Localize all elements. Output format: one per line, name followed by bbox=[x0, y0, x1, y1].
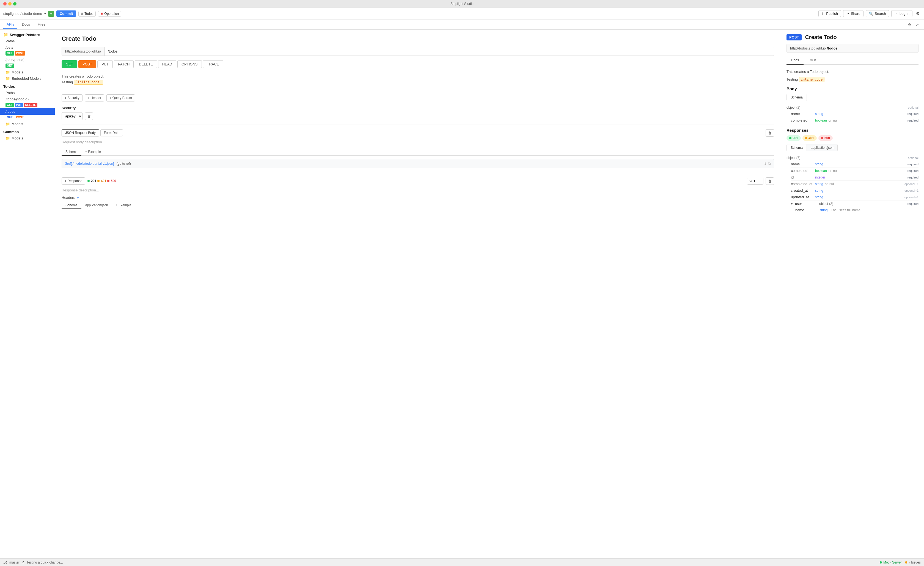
security-select[interactable]: apikey bbox=[62, 112, 82, 120]
method-put[interactable]: PUT bbox=[98, 60, 113, 68]
share-button[interactable]: ↗ Share bbox=[843, 10, 864, 17]
rp-tab-try-it[interactable]: Try It bbox=[804, 56, 820, 65]
search-button[interactable]: 🔍 Search bbox=[866, 10, 889, 17]
resp-201[interactable]: 201 bbox=[87, 179, 96, 183]
response-code-input[interactable] bbox=[747, 178, 764, 185]
resp-example-tab[interactable]: + Example bbox=[112, 202, 135, 209]
response-desc-placeholder[interactable]: Response description... bbox=[62, 188, 774, 192]
rp-resp-schema-tab[interactable]: Schema bbox=[787, 144, 807, 151]
body-object-label: object bbox=[786, 106, 795, 110]
operation-tag[interactable]: Operation bbox=[98, 11, 121, 17]
resp-pill-201[interactable]: 201 bbox=[786, 135, 801, 141]
sidebar-item-pets[interactable]: /pets bbox=[0, 44, 55, 51]
settings-small-icon[interactable]: ⚙ bbox=[906, 21, 913, 28]
rp-tab-docs[interactable]: Docs bbox=[786, 56, 804, 65]
dot-201-pill bbox=[789, 137, 792, 139]
sidebar-paths-todos[interactable]: Paths bbox=[0, 90, 55, 96]
sidebar-embedded-models[interactable]: 📁 Embedded Models bbox=[0, 75, 55, 82]
todos-tag[interactable]: Todos bbox=[78, 11, 96, 17]
folder-icon: 📁 bbox=[3, 33, 8, 37]
resp-object-label: object bbox=[786, 156, 795, 160]
badge-get: GET bbox=[6, 51, 14, 56]
breadcrumb[interactable]: stoplightio / studio-demo bbox=[3, 12, 42, 16]
rp-body-title: Body bbox=[786, 86, 918, 91]
delete-body-btn[interactable]: 🗑 bbox=[766, 129, 774, 137]
method-post[interactable]: POST bbox=[78, 60, 96, 68]
copy-icon[interactable]: ⧉ bbox=[768, 161, 771, 166]
example-tab[interactable]: + Example bbox=[81, 149, 105, 156]
user-field-name: name string The user's full name. bbox=[795, 207, 918, 213]
branch-name[interactable]: master bbox=[9, 560, 20, 564]
form-data-tab[interactable]: Form Data bbox=[100, 129, 123, 137]
add-header-btn[interactable]: + Header bbox=[85, 95, 105, 102]
minimize-button[interactable] bbox=[8, 2, 12, 6]
schema-tab[interactable]: Schema bbox=[62, 149, 81, 156]
method-delete[interactable]: DELETE bbox=[135, 60, 157, 68]
sidebar-models-common[interactable]: 📁 Models bbox=[0, 135, 55, 141]
issues-badge[interactable]: 7 Issues bbox=[905, 560, 921, 564]
json-request-body-tab[interactable]: JSON Request Body bbox=[62, 129, 99, 137]
ref-icons: ℹ ⧉ bbox=[765, 161, 771, 166]
method-get[interactable]: GET bbox=[62, 60, 77, 68]
add-response-btn[interactable]: + Response bbox=[62, 177, 85, 185]
close-button[interactable] bbox=[3, 2, 7, 6]
publish-button[interactable]: ⬆ Publish bbox=[818, 10, 841, 17]
sidebar-item-todos[interactable]: /todos bbox=[0, 108, 55, 115]
go-to-ref[interactable]: (go to ref) bbox=[117, 162, 131, 165]
sidebar-models-swagger[interactable]: 📁 Models bbox=[0, 69, 55, 75]
login-button[interactable]: → Log In bbox=[891, 10, 912, 17]
method-trace[interactable]: TRACE bbox=[203, 60, 223, 68]
headers-row: Headers + bbox=[62, 195, 774, 200]
settings-button[interactable]: ⚙ bbox=[915, 10, 921, 17]
maximize-button[interactable] bbox=[13, 2, 16, 6]
sidebar-paths-swagger[interactable]: Paths bbox=[0, 38, 55, 44]
response-row: + Response 201 401 500 🗑 bbox=[62, 177, 774, 185]
operation-tag-label: Operation bbox=[104, 12, 119, 16]
folder-icon-common-models: 📁 bbox=[6, 136, 10, 140]
ref-link-anchor[interactable]: $ref[./models/todo-partial.v1.json] bbox=[65, 162, 114, 165]
request-body-placeholder[interactable]: Request body description... bbox=[62, 140, 774, 144]
common-title: Common bbox=[0, 127, 55, 135]
info-icon: ℹ bbox=[765, 161, 766, 166]
method-patch[interactable]: PATCH bbox=[114, 60, 134, 68]
tab-docs[interactable]: Docs bbox=[18, 21, 33, 29]
resp-schema-tab[interactable]: Schema bbox=[62, 202, 81, 209]
publish-label: Publish bbox=[826, 12, 838, 16]
url-path-input[interactable] bbox=[105, 47, 774, 56]
tab-files[interactable]: Files bbox=[34, 21, 48, 29]
branch-icon: ⎇ bbox=[3, 560, 7, 564]
delete-security-btn[interactable]: 🗑 bbox=[85, 113, 93, 120]
commit-button[interactable]: Commit bbox=[56, 11, 76, 17]
resp-field-completed-at: completed_at string or null optional+1 bbox=[791, 180, 918, 187]
add-query-param-btn[interactable]: + Query Param bbox=[106, 95, 135, 102]
user-sub-fields: name string The user's full name. bbox=[791, 207, 918, 213]
resp-object-count: (7) bbox=[796, 156, 801, 160]
resp-pill-500[interactable]: 500 bbox=[818, 135, 833, 141]
description-area: This creates a Todo object. Testing `inl… bbox=[62, 74, 774, 85]
resp-field-created-at: created_at string optional+1 bbox=[791, 187, 918, 194]
commit-message[interactable]: Testing a quick change... bbox=[27, 560, 63, 564]
expand-icon[interactable]: ⤢ bbox=[914, 21, 921, 28]
method-head[interactable]: HEAD bbox=[158, 60, 176, 68]
add-button[interactable]: + bbox=[48, 11, 54, 17]
mock-server-status[interactable]: Mock Server bbox=[880, 560, 902, 564]
rp-resp-appjson-tab[interactable]: application/json bbox=[807, 144, 837, 151]
delete-response-btn[interactable]: 🗑 bbox=[766, 177, 774, 185]
response-schema-tabs: Schema application/json + Example bbox=[62, 202, 774, 209]
rp-schema-tab[interactable]: Schema bbox=[787, 94, 807, 101]
add-security-btn[interactable]: + Security bbox=[62, 95, 82, 102]
sidebar-item-todoid[interactable]: /todos/{todoId} bbox=[0, 96, 55, 102]
url-base: http://todos.stoplight.io bbox=[62, 47, 105, 56]
sidebar-models-todos[interactable]: 📁 Models bbox=[0, 121, 55, 127]
body-fields: name string required completed boolean o… bbox=[786, 111, 918, 123]
resp-appjson-tab[interactable]: application/json bbox=[81, 202, 112, 209]
resp-field-user: ▾ user object (2) required bbox=[791, 200, 918, 207]
tab-apis[interactable]: APIs bbox=[3, 21, 17, 29]
resp-pill-401[interactable]: 401 bbox=[802, 135, 817, 141]
resp-401[interactable]: 401 bbox=[98, 179, 106, 183]
rp-method-row: POST Create Todo bbox=[786, 34, 918, 41]
inline-code: `inline code` bbox=[74, 80, 103, 85]
sidebar-item-petid[interactable]: /pets/{petId} bbox=[0, 57, 55, 63]
resp-500[interactable]: 500 bbox=[107, 179, 116, 183]
method-options[interactable]: OPTIONS bbox=[177, 60, 202, 68]
